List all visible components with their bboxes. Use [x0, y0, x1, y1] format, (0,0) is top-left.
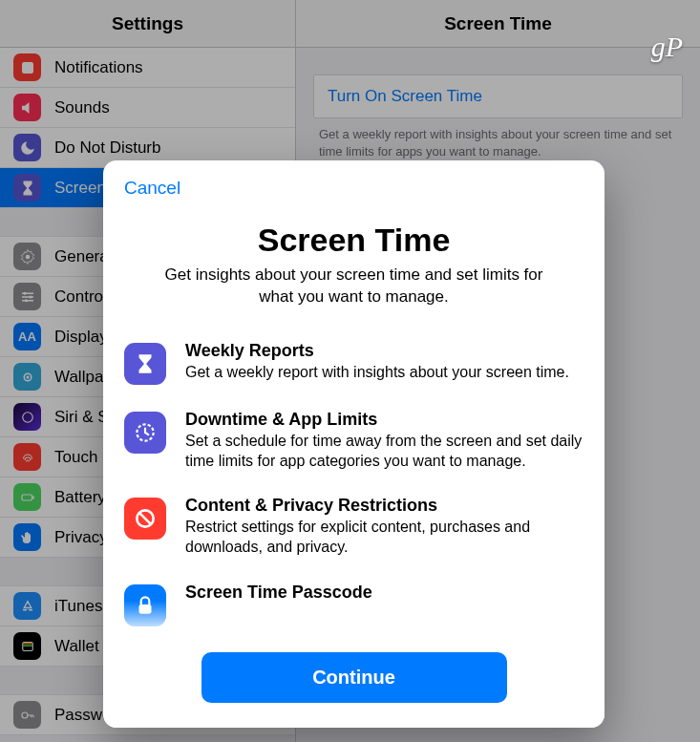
- continue-button[interactable]: Continue: [202, 652, 507, 703]
- screen-time-intro-modal: Cancel Screen Time Get insights about yo…: [103, 160, 605, 728]
- no-entry-icon: [124, 498, 166, 540]
- watermark: gP: [651, 31, 683, 63]
- modal-title: Screen Time: [124, 222, 583, 259]
- feature-downtime: Downtime & App Limits Set a schedule for…: [124, 410, 583, 472]
- clock-limits-icon: [124, 412, 166, 454]
- feature-title: Screen Time Passcode: [185, 583, 372, 603]
- hourglass-icon: [124, 343, 166, 385]
- feature-weekly-reports: Weekly Reports Get a weekly report with …: [124, 341, 583, 385]
- feature-desc: Set a schedule for time away from the sc…: [185, 432, 583, 472]
- cancel-button[interactable]: Cancel: [124, 178, 180, 199]
- feature-title: Content & Privacy Restrictions: [185, 496, 583, 516]
- feature-desc: Get a weekly report with insights about …: [185, 363, 569, 383]
- feature-title: Downtime & App Limits: [185, 410, 583, 430]
- modal-subtitle: Get insights about your screen time and …: [124, 259, 583, 308]
- feature-title: Weekly Reports: [185, 341, 569, 361]
- feature-desc: Restrict settings for explicit content, …: [185, 518, 583, 558]
- feature-list: Weekly Reports Get a weekly report with …: [103, 341, 605, 635]
- scroll-fade: [103, 601, 605, 635]
- feature-restrictions: Content & Privacy Restrictions Restrict …: [124, 496, 583, 558]
